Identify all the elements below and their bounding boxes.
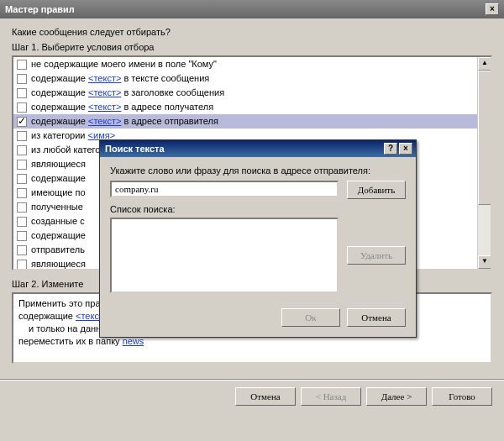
condition-item[interactable]: не содержащие моего имени в поле "Кому" (13, 57, 477, 71)
search-input[interactable] (110, 181, 339, 197)
condition-link[interactable]: <текст> (88, 87, 121, 97)
condition-text: являющиеся (31, 258, 86, 270)
cancel-button[interactable]: Отмена (235, 387, 296, 406)
condition-item[interactable]: содержащие <текст> в адресе получателя (13, 100, 477, 114)
checkbox-icon[interactable] (17, 174, 27, 184)
dialog-titlebar: Поиск текста ? × (100, 140, 416, 157)
condition-link[interactable]: <текст> (88, 102, 121, 112)
question-text: Какие сообщения следует отбирать? (12, 27, 492, 37)
checkbox-icon[interactable] (17, 231, 27, 241)
condition-text: содержащие (31, 172, 86, 185)
checkbox-icon[interactable] (17, 74, 27, 84)
checkbox-icon[interactable] (17, 117, 27, 127)
search-list[interactable] (110, 218, 339, 293)
dialog-prompt: Укажите слово или фразу для поиска в адр… (110, 165, 406, 176)
checkbox-icon[interactable] (17, 217, 27, 227)
add-button[interactable]: Добавить (347, 181, 406, 199)
condition-text: полученные (31, 201, 83, 213)
scrollbar[interactable]: ▲ ▼ (477, 57, 491, 269)
close-icon[interactable]: × (486, 3, 499, 15)
scroll-thumb[interactable] (478, 71, 491, 205)
condition-text: созданные с (31, 215, 85, 228)
condition-link[interactable]: <текст> (88, 73, 121, 83)
dialog-footer: Ок Отмена (100, 302, 416, 337)
condition-text: содержащие <текст> в тексте сообщения (31, 72, 209, 85)
checkbox-icon[interactable] (17, 60, 27, 70)
window-titlebar: Мастер правил × (0, 0, 504, 18)
search-text-dialog: Поиск текста ? × Укажите слово или фразу… (99, 139, 417, 338)
condition-text: содержащие <текст> в адресе получателя (31, 101, 213, 113)
checkbox-icon[interactable] (17, 102, 27, 113)
dialog-title: Поиск текста (105, 144, 165, 154)
condition-text: отправитель (31, 244, 85, 256)
checkbox-icon[interactable] (17, 160, 27, 170)
condition-text: являющиеся (31, 158, 86, 171)
checkbox-icon[interactable] (17, 88, 27, 98)
dialog-close-icon[interactable]: × (399, 143, 412, 155)
scroll-up-icon[interactable]: ▲ (478, 57, 491, 71)
checkbox-icon[interactable] (17, 131, 27, 141)
window-title: Мастер правил (5, 4, 75, 14)
checkbox-icon[interactable] (17, 260, 27, 270)
condition-text: содержащие <текст> в заголовке сообщения (31, 87, 224, 99)
checkbox-icon[interactable] (17, 202, 27, 213)
remove-button: Удалить (347, 246, 406, 265)
condition-text: не содержащие моего имени в поле "Кому" (31, 58, 217, 71)
scroll-down-icon[interactable]: ▼ (478, 255, 491, 269)
checkbox-icon[interactable] (17, 188, 27, 198)
help-icon[interactable]: ? (384, 143, 397, 155)
search-list-label: Список поиска: (110, 204, 339, 214)
ok-button: Ок (281, 308, 340, 327)
condition-item[interactable]: содержащие <текст> в тексте сообщения (13, 71, 477, 86)
dialog-body: Укажите слово или фразу для поиска в адр… (100, 157, 416, 302)
wizard-buttons: Отмена < Назад Далее > Готово (0, 384, 504, 412)
condition-text: имеющие по (31, 186, 86, 199)
condition-item[interactable]: содержащие <текст> в адресе отправителя (13, 114, 477, 129)
checkbox-icon[interactable] (17, 245, 27, 255)
condition-text: содержащие <текст> в адресе отправителя (31, 115, 218, 128)
back-button: < Назад (301, 387, 361, 406)
next-button[interactable]: Далее > (366, 387, 427, 406)
dialog-cancel-button[interactable]: Отмена (347, 308, 406, 327)
step1-label: Шаг 1. Выберите условия отбора (12, 42, 492, 52)
separator (0, 379, 504, 381)
condition-item[interactable]: содержащие <текст> в заголовке сообщения (13, 86, 477, 100)
condition-text: содержащие (31, 229, 86, 242)
condition-link[interactable]: <текст> (88, 116, 121, 126)
finish-button[interactable]: Готово (432, 387, 492, 406)
checkbox-icon[interactable] (17, 145, 27, 155)
